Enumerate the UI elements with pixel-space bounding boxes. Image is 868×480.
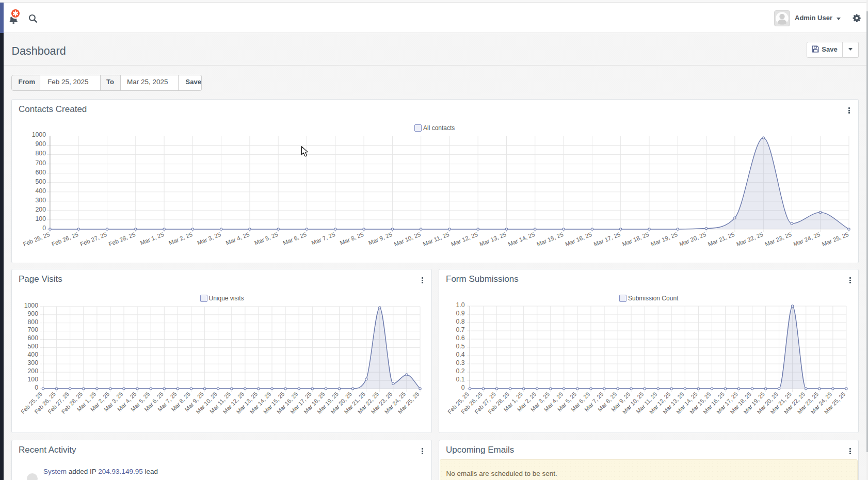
svg-text:Mar 17, 25: Mar 17, 25 [592, 231, 621, 248]
svg-text:Mar 11, 25: Mar 11, 25 [422, 231, 449, 247]
svg-text:Mar 8, 25: Mar 8, 25 [339, 231, 364, 246]
svg-text:300: 300 [27, 359, 38, 366]
svg-text:0.5: 0.5 [456, 343, 464, 350]
svg-text:400: 400 [27, 351, 38, 358]
svg-text:0.4: 0.4 [456, 351, 464, 358]
svg-text:100: 100 [35, 215, 46, 222]
svg-text:Mar 18, 25: Mar 18, 25 [621, 231, 650, 248]
svg-text:Mar 9, 25: Mar 9, 25 [367, 231, 393, 246]
svg-text:Mar 19, 25: Mar 19, 25 [650, 231, 678, 248]
svg-text:Mar 24, 25: Mar 24, 25 [792, 231, 821, 248]
svg-text:700: 700 [35, 159, 46, 167]
svg-text:Mar 7, 25: Mar 7, 25 [310, 231, 335, 246]
svg-text:100: 100 [27, 376, 38, 383]
svg-text:500: 500 [35, 178, 46, 185]
svg-text:Mar 20, 25: Mar 20, 25 [678, 231, 706, 248]
svg-text:Mar 22, 25: Mar 22, 25 [735, 231, 764, 248]
svg-text:0.3: 0.3 [456, 359, 464, 366]
svg-text:700: 700 [27, 326, 38, 333]
svg-text:Mar 2, 25: Mar 2, 25 [168, 231, 193, 246]
svg-text:400: 400 [35, 187, 46, 195]
svg-text:Mar 16, 25: Mar 16, 25 [564, 231, 592, 248]
svg-text:1.0: 1.0 [456, 301, 464, 309]
svg-text:0.6: 0.6 [456, 334, 464, 342]
svg-text:Feb 25, 25: Feb 25, 25 [22, 231, 50, 248]
svg-text:0: 0 [42, 225, 46, 232]
svg-text:Mar 21, 25: Mar 21, 25 [706, 231, 735, 248]
svg-text:Mar 4, 25: Mar 4, 25 [224, 231, 250, 246]
svg-text:0: 0 [35, 384, 38, 391]
svg-text:300: 300 [35, 197, 46, 204]
svg-text:200: 200 [35, 206, 46, 213]
svg-text:500: 500 [27, 343, 38, 350]
svg-text:Feb 28, 25: Feb 28, 25 [107, 231, 136, 248]
svg-text:Mar 10, 25: Mar 10, 25 [393, 231, 421, 248]
svg-text:0.1: 0.1 [456, 376, 464, 383]
svg-text:Feb 27, 25: Feb 27, 25 [79, 231, 107, 248]
svg-text:800: 800 [35, 150, 46, 157]
svg-text:600: 600 [27, 334, 38, 342]
svg-text:Mar 6, 25: Mar 6, 25 [282, 231, 307, 246]
svg-text:600: 600 [35, 169, 46, 176]
svg-text:Mar 5, 25: Mar 5, 25 [253, 231, 279, 246]
svg-text:Mar 25, 25: Mar 25, 25 [821, 231, 849, 248]
svg-text:1000: 1000 [24, 302, 38, 309]
svg-text:800: 800 [27, 318, 38, 326]
svg-text:Mar 12, 25: Mar 12, 25 [450, 231, 478, 248]
svg-text:Mar 15, 25: Mar 15, 25 [536, 231, 564, 248]
svg-text:Mar 1, 25: Mar 1, 25 [139, 231, 165, 246]
svg-text:Mar 13, 25: Mar 13, 25 [478, 231, 507, 248]
svg-text:0.7: 0.7 [456, 326, 464, 333]
svg-text:0: 0 [461, 384, 464, 391]
svg-text:900: 900 [35, 140, 46, 148]
svg-text:0.2: 0.2 [456, 367, 464, 375]
svg-text:1000: 1000 [31, 131, 46, 138]
svg-text:Feb 26, 25: Feb 26, 25 [51, 231, 79, 248]
svg-text:200: 200 [27, 367, 38, 375]
svg-text:Mar 3, 25: Mar 3, 25 [196, 231, 221, 246]
svg-text:Mar 23, 25: Mar 23, 25 [764, 231, 792, 248]
svg-text:900: 900 [27, 310, 38, 317]
svg-text:0.9: 0.9 [456, 310, 464, 317]
svg-text:Mar 14, 25: Mar 14, 25 [507, 231, 535, 248]
svg-text:0.8: 0.8 [456, 318, 464, 325]
